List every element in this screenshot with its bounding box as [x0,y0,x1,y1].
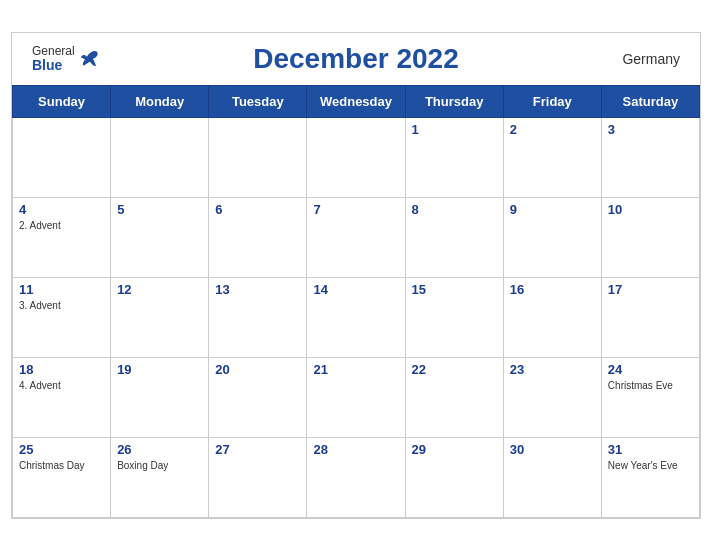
weekday-header-tuesday: Tuesday [209,85,307,117]
day-number: 8 [412,202,497,217]
day-number: 31 [608,442,693,457]
day-number: 30 [510,442,595,457]
calendar-cell: 15 [405,277,503,357]
country-label: Germany [622,51,680,67]
event-label: 2. Advent [19,219,104,232]
calendar-cell: 13 [209,277,307,357]
calendar-cell: 25Christmas Day [13,437,111,517]
calendar-cell [13,117,111,197]
calendar-cell: 5 [111,197,209,277]
day-number: 1 [412,122,497,137]
calendar-week-row: 113. Advent121314151617 [13,277,700,357]
calendar-cell: 24Christmas Eve [601,357,699,437]
day-number: 19 [117,362,202,377]
weekday-header-monday: Monday [111,85,209,117]
calendar-cell: 10 [601,197,699,277]
weekday-header-row: SundayMondayTuesdayWednesdayThursdayFrid… [13,85,700,117]
weekday-header-wednesday: Wednesday [307,85,405,117]
day-number: 29 [412,442,497,457]
calendar-grid: SundayMondayTuesdayWednesdayThursdayFrid… [12,85,700,518]
day-number: 13 [215,282,300,297]
calendar-cell: 1 [405,117,503,197]
calendar-cell: 30 [503,437,601,517]
day-number: 15 [412,282,497,297]
weekday-header-friday: Friday [503,85,601,117]
day-number: 7 [313,202,398,217]
day-number: 14 [313,282,398,297]
event-label: Christmas Day [19,459,104,472]
event-label: New Year's Eve [608,459,693,472]
day-number: 5 [117,202,202,217]
day-number: 23 [510,362,595,377]
day-number: 26 [117,442,202,457]
day-number: 2 [510,122,595,137]
calendar-cell: 23 [503,357,601,437]
calendar-container: General Blue December 2022 Germany Sunda… [11,32,701,519]
calendar-week-row: 184. Advent192021222324Christmas Eve [13,357,700,437]
day-number: 27 [215,442,300,457]
calendar-cell: 16 [503,277,601,357]
calendar-week-row: 42. Advent5678910 [13,197,700,277]
day-number: 12 [117,282,202,297]
day-number: 25 [19,442,104,457]
calendar-cell: 42. Advent [13,197,111,277]
calendar-cell: 12 [111,277,209,357]
calendar-cell [307,117,405,197]
calendar-cell [111,117,209,197]
day-number: 22 [412,362,497,377]
calendar-cell: 2 [503,117,601,197]
calendar-title: December 2022 [253,43,458,75]
calendar-cell: 17 [601,277,699,357]
calendar-cell: 14 [307,277,405,357]
calendar-cell: 21 [307,357,405,437]
day-number: 28 [313,442,398,457]
calendar-cell: 28 [307,437,405,517]
calendar-cell: 7 [307,197,405,277]
calendar-cell: 6 [209,197,307,277]
calendar-cell [209,117,307,197]
event-label: Christmas Eve [608,379,693,392]
day-number: 24 [608,362,693,377]
day-number: 9 [510,202,595,217]
calendar-cell: 27 [209,437,307,517]
calendar-cell: 29 [405,437,503,517]
calendar-cell: 26Boxing Day [111,437,209,517]
day-number: 18 [19,362,104,377]
calendar-cell: 3 [601,117,699,197]
calendar-cell: 8 [405,197,503,277]
weekday-header-thursday: Thursday [405,85,503,117]
event-label: 4. Advent [19,379,104,392]
day-number: 21 [313,362,398,377]
event-label: 3. Advent [19,299,104,312]
calendar-cell: 22 [405,357,503,437]
calendar-cell: 184. Advent [13,357,111,437]
weekday-header-sunday: Sunday [13,85,111,117]
calendar-cell: 31New Year's Eve [601,437,699,517]
logo-blue-text: Blue [32,57,62,72]
calendar-cell: 20 [209,357,307,437]
day-number: 17 [608,282,693,297]
calendar-week-row: 25Christmas Day26Boxing Day2728293031New… [13,437,700,517]
weekday-header-saturday: Saturday [601,85,699,117]
day-number: 10 [608,202,693,217]
calendar-header: General Blue December 2022 Germany [12,33,700,85]
event-label: Boxing Day [117,459,202,472]
day-number: 16 [510,282,595,297]
logo-area: General Blue [32,44,101,73]
calendar-week-row: 123 [13,117,700,197]
logo-bird-icon [79,47,101,69]
calendar-cell: 9 [503,197,601,277]
day-number: 4 [19,202,104,217]
calendar-cell: 19 [111,357,209,437]
day-number: 11 [19,282,104,297]
calendar-cell: 113. Advent [13,277,111,357]
day-number: 6 [215,202,300,217]
day-number: 3 [608,122,693,137]
day-number: 20 [215,362,300,377]
